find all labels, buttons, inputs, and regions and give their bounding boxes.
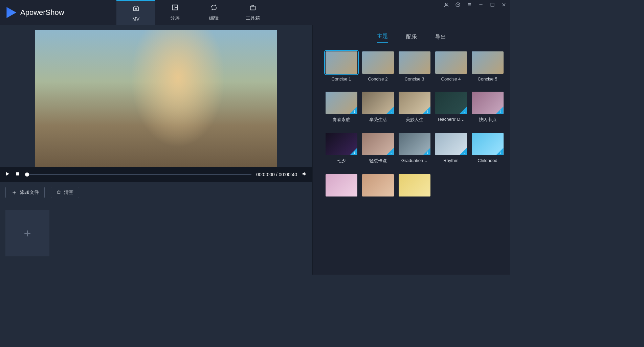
theme-item-17[interactable]	[399, 174, 430, 199]
svg-point-11	[457, 4, 458, 5]
tab-icon	[132, 5, 140, 14]
maximize-icon[interactable]	[490, 2, 495, 7]
preview-video	[35, 30, 277, 167]
tab-icon	[249, 4, 257, 13]
theme-item-8[interactable]: ↓Teachers' D…	[435, 92, 467, 123]
time-total: 00:00:40	[279, 172, 297, 177]
left-pane: 00:00:00 / 00:00:40 ＋ 添加文件 清空 ＋	[0, 25, 312, 275]
theme-item-0[interactable]: Concise 1	[326, 51, 357, 82]
svg-point-9	[445, 3, 447, 5]
minimize-icon[interactable]	[478, 2, 484, 7]
theme-label: Concise 4	[441, 76, 461, 82]
app-name: ApowerShow	[20, 8, 64, 17]
theme-thumbnail: ↓	[326, 133, 357, 155]
main-tab-3[interactable]: 工具箱	[233, 0, 272, 25]
svg-rect-8	[252, 5, 254, 6]
theme-thumbnail	[435, 51, 467, 74]
side-tab-2[interactable]: 导出	[435, 33, 446, 43]
feedback-icon[interactable]	[455, 2, 461, 7]
clip-strip: ＋	[0, 203, 312, 275]
logo: ApowerShow	[5, 6, 116, 19]
svg-rect-0	[133, 7, 138, 10]
theme-item-11[interactable]: ↓轻缓卡点	[362, 133, 394, 164]
time-current: 00:00:00	[256, 172, 275, 177]
theme-label: Graduation…	[401, 158, 427, 163]
theme-thumbnail: ↓	[326, 92, 357, 114]
theme-item-9[interactable]: ↓快闪卡点	[472, 92, 504, 123]
theme-item-2[interactable]: Concise 3	[399, 51, 430, 82]
svg-rect-21	[16, 172, 19, 175]
download-icon: ↓	[386, 107, 394, 114]
theme-thumbnail	[472, 51, 504, 74]
svg-point-12	[459, 4, 459, 5]
svg-marker-20	[6, 172, 9, 176]
plus-icon: ＋	[11, 188, 17, 196]
stop-button[interactable]	[15, 171, 20, 178]
svg-rect-7	[250, 6, 255, 10]
main-tabs: MV分屏编辑工具箱	[116, 0, 272, 25]
theme-thumbnail	[399, 51, 430, 74]
theme-label: Concise 1	[332, 76, 351, 82]
tab-label: 工具箱	[246, 15, 260, 21]
download-icon: ↓	[350, 107, 357, 114]
side-tab-1[interactable]: 配乐	[406, 33, 417, 43]
theme-label: 轻缓卡点	[369, 158, 387, 164]
play-button[interactable]	[5, 171, 10, 178]
add-clip-placeholder[interactable]: ＋	[5, 210, 49, 256]
download-icon: ↓	[423, 107, 430, 114]
user-icon[interactable]	[444, 2, 449, 7]
menu-icon[interactable]	[467, 2, 472, 7]
main-tab-0[interactable]: MV	[116, 0, 155, 25]
add-file-label: 添加文件	[20, 189, 39, 195]
theme-item-5[interactable]: ↓青春永驻	[326, 92, 357, 123]
theme-thumbnail	[399, 174, 430, 196]
download-icon: ↓	[496, 107, 504, 114]
playback-time: 00:00:00 / 00:00:40	[256, 172, 297, 177]
tab-icon	[210, 4, 218, 13]
theme-item-4[interactable]: Concise 5	[472, 51, 504, 82]
theme-thumbnail: ↓	[435, 92, 467, 114]
theme-item-6[interactable]: ↓享受生活	[362, 92, 394, 123]
tab-icon	[171, 4, 179, 13]
theme-item-15[interactable]	[326, 174, 357, 199]
theme-label: 青春永驻	[333, 117, 350, 123]
theme-item-1[interactable]: Concise 2	[362, 51, 394, 82]
volume-button[interactable]	[302, 171, 307, 178]
main-tab-1[interactable]: 分屏	[155, 0, 194, 25]
download-icon: ↓	[350, 148, 357, 155]
theme-label: 享受生活	[369, 117, 387, 123]
app-header: ApowerShow MV分屏编辑工具箱	[0, 0, 510, 25]
theme-label: 七夕	[337, 158, 346, 164]
theme-item-14[interactable]: ↓Childhood	[472, 133, 504, 164]
download-icon: ↓	[460, 107, 467, 114]
tab-label: 分屏	[170, 15, 180, 21]
theme-item-12[interactable]: ↓Graduation…	[399, 133, 430, 164]
theme-label: Rhythm	[443, 158, 459, 163]
window-controls	[444, 2, 507, 7]
theme-thumbnail: ↓	[362, 92, 394, 114]
theme-label: Childhood	[478, 158, 497, 163]
add-file-button[interactable]: ＋ 添加文件	[5, 187, 45, 198]
close-icon[interactable]	[501, 2, 507, 7]
theme-item-13[interactable]: ↓Rhythm	[435, 133, 467, 164]
side-tab-0[interactable]: 主题	[377, 33, 388, 43]
svg-point-3	[135, 8, 137, 9]
download-icon: ↓	[460, 148, 467, 155]
theme-thumbnail: ↓	[472, 133, 504, 155]
progress-slider[interactable]	[25, 174, 251, 175]
theme-item-7[interactable]: ↓美妙人生	[399, 92, 430, 123]
theme-item-16[interactable]	[362, 174, 394, 199]
theme-item-10[interactable]: ↓七夕	[326, 133, 357, 164]
svg-rect-17	[491, 3, 494, 6]
theme-thumbnail	[326, 51, 357, 74]
toolbar: ＋ 添加文件 清空	[0, 182, 312, 203]
svg-rect-23	[58, 191, 60, 194]
clear-button[interactable]: 清空	[51, 187, 79, 198]
theme-thumbnail: ↓	[362, 133, 394, 155]
main-tab-2[interactable]: 编辑	[194, 0, 233, 25]
download-icon: ↓	[496, 148, 504, 155]
side-tabs: 主题配乐导出	[313, 25, 510, 45]
tab-label: MV	[132, 16, 139, 22]
theme-item-3[interactable]: Concise 4	[435, 51, 467, 82]
theme-thumbnail	[326, 174, 357, 196]
